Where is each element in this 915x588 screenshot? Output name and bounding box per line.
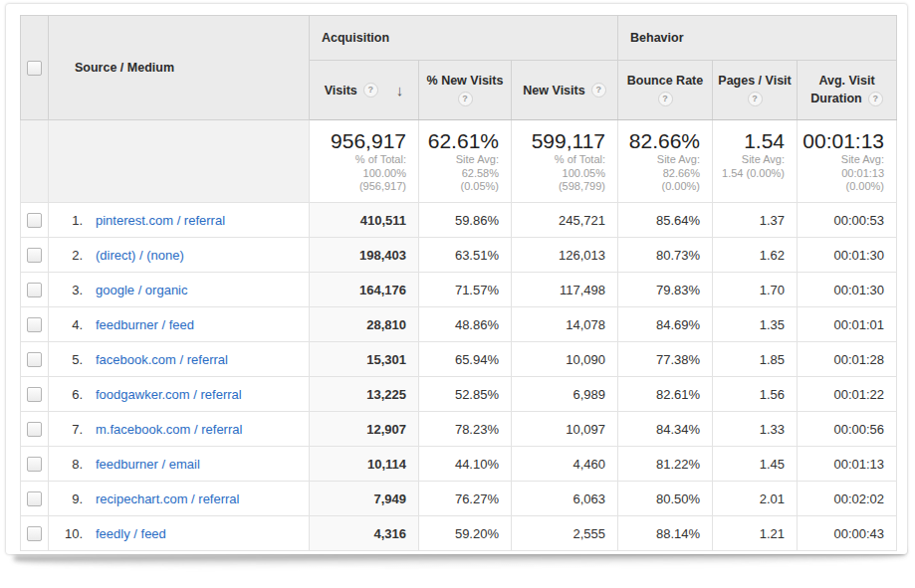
pages-visit-cell: 1.85 [713, 342, 798, 377]
checkbox-cell [21, 447, 49, 482]
select-all-cell [21, 16, 49, 120]
pages-visit-cell: 1.56 [713, 377, 798, 412]
help-icon[interactable]: ? [658, 92, 673, 106]
bounce-rate-cell: 88.14% [618, 516, 713, 551]
summary-subline: % of Total: [512, 153, 605, 167]
row-checkbox[interactable] [27, 387, 42, 402]
row-index: 6. [59, 387, 83, 402]
source-link[interactable]: facebook.com / referral [96, 352, 228, 367]
row-checkbox[interactable] [27, 283, 42, 297]
source-link[interactable]: recipechart.com / referral [96, 491, 240, 506]
help-icon[interactable]: ? [363, 83, 378, 98]
avg-visit-duration-cell: 00:01:13 [798, 447, 897, 482]
pct-new-visits-cell: 63.51% [419, 238, 512, 273]
bounce-rate-cell: 84.69% [618, 307, 713, 342]
help-icon[interactable]: ? [458, 92, 473, 106]
pages-visit-cell: 1.45 [713, 447, 798, 482]
summary-subline: (0.00%) [618, 180, 700, 194]
avg-visit-duration-cell: 00:01:30 [798, 238, 897, 273]
summary-pages-visit: 1.54 Site Avg: 1.54 (0.00%) [713, 120, 798, 203]
summary-subline: Site Avg: [798, 153, 884, 167]
summary-subline: Site Avg: [419, 153, 499, 167]
summary-subline: Site Avg: [713, 153, 785, 167]
group-header-row: Source / Medium Acquisition Behavior [21, 16, 897, 61]
row-index: 8. [59, 457, 83, 472]
summary-checkbox-cell [21, 120, 49, 203]
table-row: 6.foodgawker.com / referral 13,225 52.85… [21, 377, 897, 412]
table-row: 4.feedburner / feed 28,810 48.86% 14,078… [21, 307, 897, 342]
row-checkbox[interactable] [27, 526, 42, 541]
row-checkbox[interactable] [27, 491, 42, 506]
pages-visit-cell: 1.37 [713, 203, 798, 238]
source-cell: 3.google / organic [49, 273, 310, 307]
checkbox-cell [21, 342, 49, 377]
sort-desc-icon[interactable]: ↓ [396, 82, 404, 98]
column-header-new-visits[interactable]: New Visits ? [512, 61, 618, 120]
source-link[interactable]: google / organic [96, 283, 188, 297]
row-index: 1. [59, 213, 83, 228]
group-header-acquisition: Acquisition [310, 16, 618, 61]
source-link[interactable]: m.facebook.com / referral [96, 422, 242, 437]
source-link[interactable]: feedburner / feed [96, 317, 194, 332]
report-card: Source / Medium Acquisition Behavior Vis… [6, 4, 907, 554]
row-index: 2. [59, 248, 83, 263]
pages-visit-label: Pages / Visit [718, 74, 791, 89]
avg-visit-duration-cell: 00:01:28 [798, 342, 897, 377]
column-header-source-medium[interactable]: Source / Medium [49, 16, 310, 120]
source-cell: 10.feedly / feed [49, 516, 310, 551]
summary-visits: 956,917 % of Total: 100.00% (956,917) [310, 120, 419, 203]
column-header-avg-visit-duration[interactable]: Avg. Visit Duration ? [798, 61, 897, 120]
source-link[interactable]: pinterest.com / referral [96, 213, 225, 228]
new-visits-cell: 10,090 [512, 342, 618, 377]
row-index: 3. [59, 283, 83, 297]
visits-cell: 15,301 [310, 342, 419, 377]
row-checkbox[interactable] [27, 352, 42, 367]
pages-visit-cell: 1.62 [713, 238, 798, 273]
sources-table: Source / Medium Acquisition Behavior Vis… [20, 15, 897, 551]
checkbox-cell [21, 412, 49, 447]
summary-avg-visit-duration: 00:01:13 Site Avg: 00:01:13 (0.00%) [798, 120, 897, 203]
column-header-pages-visit[interactable]: Pages / Visit ? [713, 61, 798, 120]
source-link[interactable]: feedburner / email [96, 457, 200, 472]
source-cell: 2.(direct) / (none) [49, 238, 310, 273]
source-cell: 4.feedburner / feed [49, 307, 310, 342]
row-index: 7. [59, 422, 83, 437]
checkbox-cell [21, 238, 49, 273]
column-header-pct-new-visits[interactable]: % New Visits ? [419, 61, 512, 120]
summary-subline: (956,917) [310, 180, 406, 194]
summary-new-visits-value: 599,117 [512, 129, 605, 153]
bounce-rate-cell: 80.50% [618, 482, 713, 516]
summary-source-cell [49, 120, 310, 203]
summary-subline: (0.00%) [798, 180, 884, 194]
row-checkbox[interactable] [27, 317, 42, 332]
summary-duration-value: 00:01:13 [798, 129, 884, 153]
row-index: 10. [59, 526, 83, 541]
visits-cell: 4,316 [310, 516, 419, 551]
visits-cell: 10,114 [310, 447, 419, 482]
row-checkbox[interactable] [27, 213, 42, 228]
help-icon[interactable]: ? [591, 83, 606, 98]
summary-subline: 1.54 (0.00%) [713, 167, 785, 181]
visits-cell: 7,949 [310, 482, 419, 516]
column-header-visits[interactable]: Visits ? ↓ [310, 61, 419, 120]
pct-new-visits-cell: 59.86% [419, 203, 512, 238]
row-checkbox[interactable] [27, 422, 42, 437]
source-link[interactable]: (direct) / (none) [96, 248, 184, 263]
help-icon[interactable]: ? [748, 92, 763, 106]
avg-visit-duration-label-line1: Avg. Visit [818, 74, 874, 89]
row-checkbox[interactable] [27, 248, 42, 263]
table-row: 5.facebook.com / referral 15,301 65.94% … [21, 342, 897, 377]
summary-subline: (598,799) [512, 180, 605, 194]
help-icon[interactable]: ? [868, 92, 883, 106]
avg-visit-duration-cell: 00:01:22 [798, 377, 897, 412]
select-all-checkbox[interactable] [27, 61, 42, 76]
source-cell: 9.recipechart.com / referral [49, 482, 310, 516]
new-visits-label: New Visits [523, 84, 584, 98]
column-header-bounce-rate[interactable]: Bounce Rate ? [618, 61, 713, 120]
pct-new-visits-cell: 52.85% [419, 377, 512, 412]
source-link[interactable]: foodgawker.com / referral [96, 387, 242, 402]
summary-pct-new-visits: 62.61% Site Avg: 62.58% (0.05%) [419, 120, 512, 203]
row-checkbox[interactable] [27, 457, 42, 472]
summary-bounce-rate: 82.66% Site Avg: 82.66% (0.00%) [618, 120, 713, 203]
source-link[interactable]: feedly / feed [96, 526, 166, 541]
